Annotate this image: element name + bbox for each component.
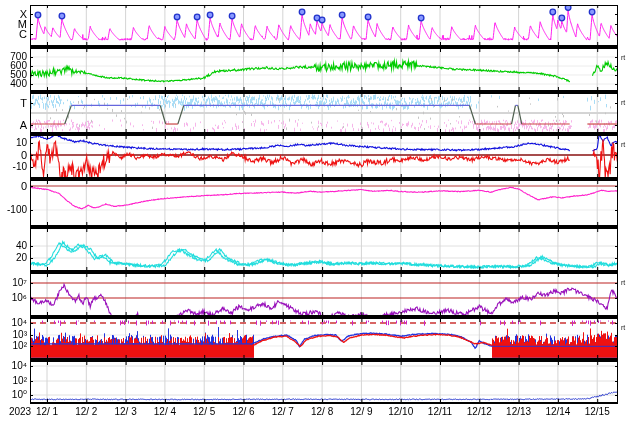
x-axis-label: 12/ 7 <box>261 405 305 419</box>
y-axis-label: 400 <box>0 78 27 90</box>
y-axis-label: 40 <box>0 240 27 252</box>
panel-3-temperature-band <box>30 94 618 132</box>
panel-4-imf-bt-bz <box>30 136 618 177</box>
y-axis-label: 0 <box>0 180 27 192</box>
x-axis-label: 12/ 4 <box>143 405 187 419</box>
panel-9-bottom-flux <box>30 362 618 402</box>
y-axis-label: 10⁰ <box>0 389 27 401</box>
x-axis-label: 12/13 <box>497 405 541 419</box>
space-weather-multipanel-plot: XMC700600500400rtTArt100-10rt0-100402010… <box>0 0 634 424</box>
x-axis-label: 12/12 <box>457 405 501 419</box>
y-axis-label: 10² <box>0 375 27 387</box>
y-axis-label: 10² <box>0 340 27 352</box>
panel-7-electron-flux <box>30 274 618 315</box>
y-axis-label: 10 <box>0 137 27 149</box>
x-axis-label: 12/10 <box>379 405 423 419</box>
x-axis-label: 12/14 <box>536 405 580 419</box>
rt-label: rt <box>621 141 625 149</box>
y-axis-label: 10⁴ <box>0 317 27 329</box>
rt-label: rt <box>621 279 625 287</box>
panel-6-density <box>30 229 618 270</box>
y-axis-label: A <box>0 119 27 131</box>
y-axis-label: T <box>0 97 27 109</box>
x-axis-label: 12/ 5 <box>182 405 226 419</box>
panel-5-dst-index <box>30 181 618 225</box>
x-axis-label: 12/ 8 <box>300 405 344 419</box>
x-axis-label: 12/11 <box>418 405 462 419</box>
x-axis-label: 12/ 1 <box>25 405 69 419</box>
panel-2-solar-wind-speed <box>30 49 618 90</box>
y-axis-label: 10⁷ <box>0 277 27 289</box>
y-axis-label: -100 <box>0 204 27 216</box>
x-axis-label: 12/ 2 <box>64 405 108 419</box>
y-axis-label: 10⁶ <box>0 292 27 304</box>
x-axis-label: 12/15 <box>575 405 619 419</box>
x-axis-label: 12/ 6 <box>222 405 266 419</box>
y-axis-label: 10⁴ <box>0 360 27 372</box>
y-axis-label: C <box>0 28 27 40</box>
x-axis-label: 12/ 3 <box>104 405 148 419</box>
y-axis-label: 0 <box>0 149 27 161</box>
panel-8-proton-flux <box>30 319 618 358</box>
rt-label: rt <box>621 324 625 332</box>
y-axis-label: 20 <box>0 252 27 264</box>
rt-label: rt <box>621 99 625 107</box>
panel-1-xray-flux <box>30 5 618 45</box>
y-axis-label: -10 <box>0 161 27 173</box>
rt-label: rt <box>621 54 625 62</box>
x-axis-label: 12/ 9 <box>339 405 383 419</box>
